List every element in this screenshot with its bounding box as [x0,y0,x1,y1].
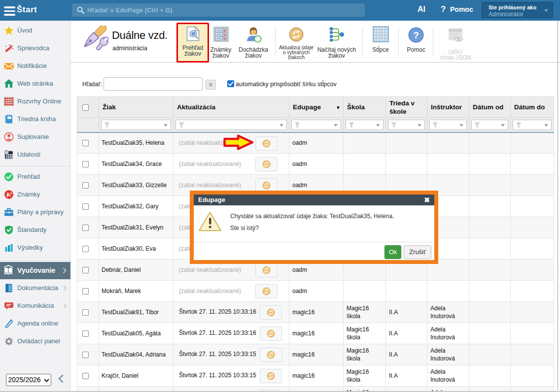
svg-text:+: + [10,191,12,196]
svg-text:?: ? [413,30,419,40]
